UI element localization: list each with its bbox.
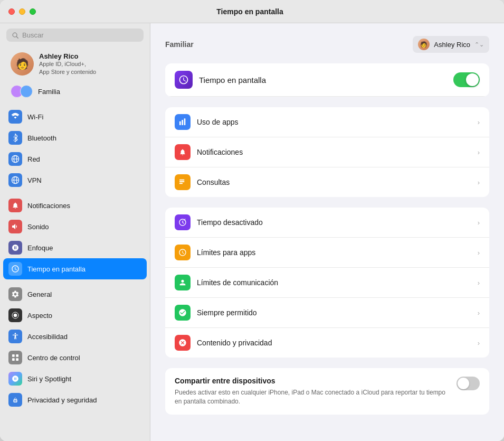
menu-row-notificaciones[interactable]: Notificaciones › — [165, 137, 489, 167]
centro-control-icon — [8, 351, 22, 364]
search-bar — [0, 23, 150, 47]
menu-row-uso-apps-left: Uso de apps — [175, 114, 239, 130]
menu-row-contenido-privacidad[interactable]: Contenido y privacidad › — [165, 328, 489, 358]
red-icon — [8, 152, 22, 166]
close-button[interactable] — [8, 8, 15, 15]
menu-label-limites-apps: Límites para apps — [197, 248, 255, 257]
enfoque-icon — [8, 241, 22, 255]
share-description: Puedes activar esto en cualquier iPhone,… — [175, 388, 450, 406]
siempre-permitido-icon — [175, 305, 191, 321]
share-toggle-thumb — [458, 378, 469, 389]
sidebar-item-label-enfoque: Enfoque — [27, 244, 53, 252]
sidebar-item-label-aspecto: Aspecto — [27, 312, 52, 320]
menu-row-la-left: Límites para apps — [175, 245, 255, 260]
sidebar-item-familia[interactable]: Familia — [3, 81, 147, 102]
sidebar-item-bluetooth[interactable]: Bluetooth — [3, 127, 147, 148]
minimize-button[interactable] — [19, 8, 25, 15]
svg-rect-15 — [14, 400, 17, 402]
menu-row-tiempo-desactivado[interactable]: Tiempo desactivado › — [165, 208, 489, 238]
chevron-right-icon-3: › — [478, 179, 480, 186]
svg-point-9 — [14, 314, 17, 317]
menu-row-sp-left: Siempre permitido — [175, 305, 257, 321]
sidebar-item-wifi[interactable]: Wi-Fi — [3, 106, 147, 127]
tiempo-desactivado-icon — [175, 214, 191, 230]
sidebar-item-enfoque[interactable]: Enfoque — [3, 237, 147, 258]
menu-row-uso-apps[interactable]: Uso de apps › — [165, 107, 489, 137]
window-title: Tiempo en pantalla — [36, 7, 464, 16]
user-profile[interactable]: 🧑 Ashley Rico Apple ID, iCloud+, App Sto… — [3, 47, 147, 81]
maximize-button[interactable] — [30, 8, 36, 15]
menu-row-limites-apps[interactable]: Límites para apps › — [165, 238, 489, 268]
sidebar-item-label-sonido: Sonido — [27, 223, 49, 231]
user-sub: Apple ID, iCloud+, App Store y contenido — [39, 60, 96, 76]
sidebar-item-accesibilidad[interactable]: Accesibilidad — [3, 326, 147, 347]
sidebar-item-label-privacidad: Privacidad y seguridad — [27, 396, 97, 404]
selector-avatar: 🧑 — [418, 39, 430, 50]
siri-icon — [8, 372, 22, 386]
familiar-header: Familiar 🧑 Ashley Rico ⌃⌄ — [165, 36, 489, 53]
privacidad-icon — [8, 393, 22, 407]
svg-rect-21 — [179, 181, 184, 182]
notificaciones-menu-icon — [175, 144, 191, 160]
sidebar-item-sonido[interactable]: Sonido — [3, 216, 147, 237]
chevron-right-icon-7: › — [478, 309, 480, 317]
sidebar-item-tiempo-pantalla[interactable]: Tiempo en pantalla — [3, 258, 147, 279]
svg-point-10 — [15, 333, 16, 334]
sidebar-item-general[interactable]: General — [3, 284, 147, 305]
search-wrap[interactable] — [6, 29, 144, 42]
svg-rect-22 — [179, 183, 183, 184]
sidebar-item-label-general: General — [27, 290, 52, 298]
sidebar: 🧑 Ashley Rico Apple ID, iCloud+, App Sto… — [0, 23, 150, 441]
vpn-icon — [8, 173, 22, 187]
svg-rect-19 — [184, 118, 186, 125]
menu-row-consultas-left: Consultas — [175, 174, 230, 190]
sidebar-item-vpn[interactable]: VPN — [3, 170, 147, 191]
menu-label-contenido-privacidad: Contenido y privacidad — [197, 339, 272, 347]
sidebar-item-label-notificaciones: Notificaciones — [27, 202, 70, 210]
familiar-label: Familiar — [165, 40, 194, 49]
share-header-row: Compartir entre dispositivos Puedes acti… — [175, 377, 480, 406]
screen-time-title: Tiempo en pantalla — [199, 76, 266, 85]
menu-label-siempre-permitido: Siempre permitido — [197, 308, 257, 317]
svg-rect-17 — [179, 121, 181, 125]
sidebar-item-centro-control[interactable]: Centro de control — [3, 347, 147, 368]
svg-line-1 — [16, 36, 18, 38]
menu-row-notificaciones-left: Notificaciones — [175, 144, 243, 160]
aspecto-icon — [8, 308, 22, 322]
familia-avatars — [11, 85, 33, 98]
sidebar-item-siri[interactable]: Siri y Spotlight — [3, 368, 147, 389]
chevron-right-icon-2: › — [478, 148, 480, 156]
sidebar-item-label-centro-control: Centro de control — [27, 354, 80, 362]
content-area: 🧑 Ashley Rico Apple ID, iCloud+, App Sto… — [0, 23, 504, 441]
svg-rect-12 — [16, 354, 18, 357]
sidebar-item-notificaciones[interactable]: Notificaciones — [3, 195, 147, 216]
main-window: Tiempo en pantalla 🧑 Ashley Rico — [0, 0, 504, 441]
menu-label-notificaciones: Notificaciones — [197, 148, 243, 156]
menu-label-uso-apps: Uso de apps — [197, 118, 239, 126]
title-bar: Tiempo en pantalla — [0, 0, 504, 23]
search-icon — [12, 32, 19, 39]
sidebar-item-privacidad[interactable]: Privacidad y seguridad — [3, 389, 147, 410]
sidebar-item-red[interactable]: Red — [3, 148, 147, 170]
search-input[interactable] — [22, 31, 138, 39]
sidebar-item-aspecto[interactable]: Aspecto — [3, 305, 147, 326]
menu-row-consultas[interactable]: Consultas › — [165, 167, 489, 197]
menu-row-cp-left: Contenido y privacidad — [175, 335, 272, 351]
screen-time-left: Tiempo en pantalla — [175, 71, 266, 89]
selector-chevron-icon: ⌃⌄ — [474, 41, 484, 48]
main-content: Familiar 🧑 Ashley Rico ⌃⌄ Tiempo en pant… — [150, 23, 504, 441]
menu-row-limites-com[interactable]: Límites de comunicación › — [165, 268, 489, 298]
limites-com-icon — [175, 275, 191, 290]
chevron-right-icon-4: › — [478, 219, 480, 227]
selector-name: Ashley Rico — [434, 41, 470, 49]
menu-group-1: Uso de apps › Notificaciones › — [165, 107, 489, 197]
screen-time-toggle[interactable] — [453, 72, 480, 87]
user-selector[interactable]: 🧑 Ashley Rico ⌃⌄ — [413, 36, 489, 53]
menu-row-siempre-permitido[interactable]: Siempre permitido › — [165, 298, 489, 328]
screen-time-icon — [175, 71, 193, 89]
bluetooth-icon — [8, 131, 22, 145]
svg-rect-18 — [182, 120, 183, 125]
share-section: Compartir entre dispositivos Puedes acti… — [165, 368, 489, 415]
sidebar-item-label-bluetooth: Bluetooth — [27, 134, 56, 142]
share-toggle[interactable] — [457, 377, 480, 390]
